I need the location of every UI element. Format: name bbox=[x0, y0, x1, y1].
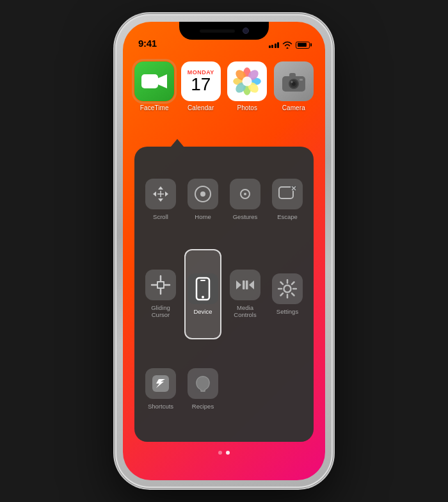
page-dots bbox=[123, 451, 325, 455]
svg-line-47 bbox=[292, 282, 294, 284]
gestures-label: Gestures bbox=[233, 213, 258, 220]
assistive-recipes[interactable]: Recipes bbox=[184, 344, 221, 434]
assistive-home[interactable]: Home bbox=[184, 154, 221, 244]
camera-label: Camera bbox=[282, 104, 305, 111]
scroll-label: Scroll bbox=[153, 213, 168, 220]
assistive-settings[interactable]: Settings bbox=[269, 249, 306, 339]
gliding-cursor-label: Gliding Cursor bbox=[151, 304, 170, 319]
notch-camera bbox=[243, 28, 249, 34]
svg-line-46 bbox=[292, 293, 294, 296]
assistive-shortcuts[interactable]: Shortcuts bbox=[142, 344, 179, 434]
shortcuts-icon bbox=[151, 374, 170, 393]
svg-rect-32 bbox=[158, 282, 163, 287]
svg-rect-37 bbox=[243, 280, 245, 289]
gliding-cursor-icon bbox=[150, 275, 171, 295]
notch bbox=[179, 22, 269, 40]
svg-point-35 bbox=[202, 296, 204, 298]
home-icon-wrap bbox=[188, 179, 218, 209]
speaker bbox=[200, 29, 235, 33]
media-controls-label: Media Controls bbox=[234, 304, 256, 319]
calendar-label: Calendar bbox=[188, 104, 214, 111]
svg-point-22 bbox=[200, 191, 205, 197]
phone-frame: 9:41 bbox=[115, 14, 333, 488]
facetime-selected-border bbox=[132, 59, 177, 104]
gestures-icon-wrap bbox=[230, 179, 260, 209]
status-icons bbox=[269, 41, 310, 49]
assistive-escape[interactable]: Escape bbox=[269, 154, 306, 244]
tooltip-arrow bbox=[171, 139, 184, 147]
app-photos[interactable]: Photos bbox=[227, 61, 268, 111]
settings-icon-wrap bbox=[272, 273, 303, 304]
recipes-label: Recipes bbox=[192, 403, 214, 410]
page-dot-1[interactable] bbox=[218, 451, 222, 455]
device-label: Device bbox=[193, 308, 212, 315]
facetime-label: FaceTime bbox=[140, 104, 169, 111]
shortcuts-label: Shortcuts bbox=[148, 403, 173, 410]
assistive-device[interactable]: Device bbox=[184, 249, 221, 339]
svg-point-24 bbox=[244, 193, 246, 195]
scroll-icon bbox=[151, 184, 170, 204]
recipes-icon bbox=[193, 374, 212, 393]
home-label: Home bbox=[195, 213, 211, 220]
camera-icon bbox=[274, 61, 314, 101]
assistive-scroll[interactable]: Scroll bbox=[142, 154, 179, 244]
app-grid: FaceTime Monday 17 Calendar bbox=[123, 55, 325, 118]
svg-line-45 bbox=[281, 282, 284, 284]
svg-point-40 bbox=[284, 285, 291, 292]
escape-label: Escape bbox=[277, 213, 298, 220]
settings-label: Settings bbox=[276, 308, 298, 315]
svg-line-48 bbox=[281, 293, 284, 296]
home-icon bbox=[194, 185, 212, 203]
svg-rect-38 bbox=[246, 280, 248, 289]
svg-point-11 bbox=[243, 76, 252, 86]
signal-bars-icon bbox=[269, 42, 280, 48]
gliding-cursor-icon-wrap bbox=[145, 270, 176, 300]
svg-marker-39 bbox=[249, 280, 254, 289]
assistive-gestures[interactable]: Gestures bbox=[227, 154, 264, 244]
escape-icon-wrap bbox=[272, 179, 303, 209]
calendar-icon: Monday 17 bbox=[181, 61, 221, 101]
page-dot-2[interactable] bbox=[226, 451, 230, 455]
assistive-touch-panel: Scroll Home bbox=[134, 147, 314, 442]
app-calendar[interactable]: Monday 17 Calendar bbox=[181, 61, 221, 111]
app-camera[interactable]: Camera bbox=[274, 61, 314, 111]
status-time: 9:41 bbox=[138, 38, 157, 49]
assistive-gliding-cursor[interactable]: Gliding Cursor bbox=[142, 249, 179, 339]
device-icon bbox=[195, 277, 211, 301]
app-facetime[interactable]: FaceTime bbox=[134, 61, 175, 111]
media-controls-icon bbox=[235, 276, 255, 294]
svg-rect-18 bbox=[300, 79, 303, 81]
gestures-icon bbox=[236, 185, 254, 203]
screen: 9:41 bbox=[123, 22, 325, 480]
shortcuts-icon-wrap bbox=[145, 368, 176, 399]
photos-label: Photos bbox=[237, 104, 257, 111]
wifi-icon bbox=[282, 41, 292, 49]
svg-marker-36 bbox=[236, 280, 241, 289]
svg-point-17 bbox=[291, 81, 292, 83]
photos-icon bbox=[227, 61, 267, 101]
battery-icon bbox=[296, 42, 310, 49]
scroll-icon-wrap bbox=[145, 179, 176, 209]
device-icon-wrap bbox=[188, 273, 218, 304]
settings-icon bbox=[278, 279, 297, 298]
escape-icon bbox=[278, 186, 297, 202]
recipes-icon-wrap bbox=[188, 368, 218, 399]
svg-rect-13 bbox=[289, 73, 296, 77]
media-controls-icon-wrap bbox=[230, 270, 260, 300]
calendar-day: 17 bbox=[191, 76, 211, 93]
assistive-media-controls[interactable]: Media Controls bbox=[227, 249, 264, 339]
